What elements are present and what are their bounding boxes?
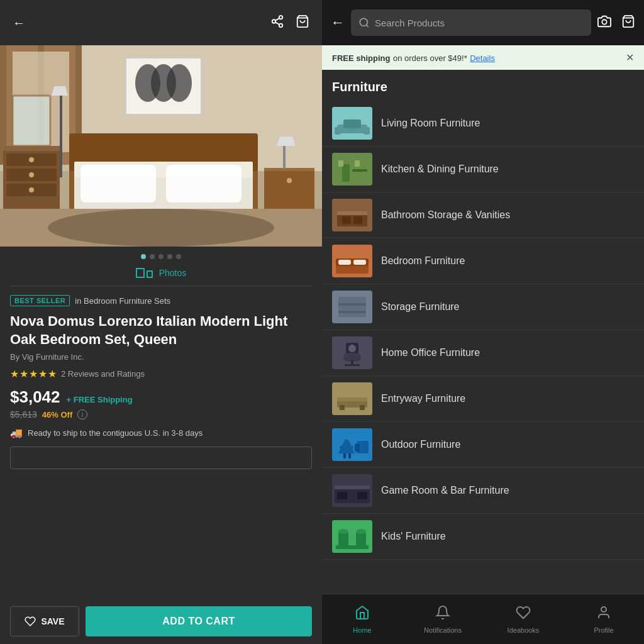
save-button[interactable]: SAVE xyxy=(10,606,79,636)
svg-marker-83 xyxy=(340,446,353,448)
category-name-living-room: Living Room Furniture xyxy=(381,118,480,129)
camera-icon[interactable] xyxy=(597,14,611,31)
svg-rect-35 xyxy=(283,146,286,169)
banner-close-button[interactable]: ✕ xyxy=(626,52,634,64)
category-panel: ← Search Products xyxy=(322,0,644,644)
left-header: ← xyxy=(0,0,322,45)
svg-rect-68 xyxy=(338,306,366,311)
reviews-count[interactable]: 2 Reviews and Ratings xyxy=(61,369,145,379)
svg-rect-56 xyxy=(337,214,367,226)
category-item-game-room[interactable]: Game Room & Bar Furniture xyxy=(322,468,644,514)
ideabooks-icon xyxy=(516,605,531,624)
svg-point-43 xyxy=(602,19,606,24)
svg-point-99 xyxy=(601,607,606,612)
dot-5[interactable] xyxy=(176,254,181,259)
svg-rect-72 xyxy=(343,353,361,362)
category-item-bathroom[interactable]: Bathroom Storage & Vanities xyxy=(322,192,644,238)
search-input[interactable]: Search Products xyxy=(375,18,584,28)
icon-part-left xyxy=(136,268,145,278)
info-icon[interactable]: i xyxy=(77,409,87,419)
svg-point-41 xyxy=(360,18,367,26)
svg-rect-90 xyxy=(335,486,370,489)
product-info: BEST SELLER in Bedroom Furniture Sets No… xyxy=(0,286,322,599)
svg-rect-33 xyxy=(264,168,314,171)
shipping-details-link[interactable]: Details xyxy=(470,53,495,63)
back-icon[interactable]: ← xyxy=(13,16,25,30)
category-item-outdoor[interactable]: Outdoor Furniture xyxy=(322,422,644,468)
dot-1[interactable] xyxy=(141,254,146,259)
svg-rect-58 xyxy=(342,216,351,224)
svg-rect-50 xyxy=(332,153,372,186)
original-price-row: $5,613 46% Off i xyxy=(10,409,312,419)
category-item-entryway[interactable]: Entryway Furniture xyxy=(322,376,644,422)
photos-label[interactable]: Photos xyxy=(159,268,187,278)
svg-rect-25 xyxy=(13,96,50,146)
category-section-title: Furniture xyxy=(322,70,644,101)
category-item-office[interactable]: Home Office Furniture xyxy=(322,330,644,376)
search-bar[interactable]: Search Products xyxy=(351,9,591,36)
svg-point-40 xyxy=(48,209,274,247)
photos-icon xyxy=(136,268,153,278)
svg-point-0 xyxy=(279,15,283,19)
svg-rect-69 xyxy=(338,313,366,317)
svg-line-42 xyxy=(366,25,368,26)
nav-ideabooks[interactable]: Ideabooks xyxy=(501,605,545,634)
quantity-selector[interactable] xyxy=(10,447,312,469)
right-cart-icon[interactable] xyxy=(621,14,635,31)
category-name-bedroom: Bedroom Furniture xyxy=(381,255,465,267)
badge-category: in Bedroom Furniture Sets xyxy=(75,296,170,306)
dot-3[interactable] xyxy=(158,254,164,259)
best-seller-badge: BEST SELLER xyxy=(10,295,70,306)
svg-rect-87 xyxy=(355,443,360,452)
product-by: By Vig Furniture Inc. xyxy=(10,352,312,362)
svg-rect-53 xyxy=(355,160,360,167)
shipping-banner: FREE shipping on orders over $49!* Detai… xyxy=(322,45,644,70)
svg-rect-57 xyxy=(337,211,367,215)
add-to-cart-button[interactable]: ADD TO CART xyxy=(86,606,312,636)
shipping-info: 🚚 Ready to ship to the contiguous U.S. i… xyxy=(10,427,312,439)
notifications-label: Notifications xyxy=(424,626,462,634)
svg-point-34 xyxy=(287,178,292,183)
ideabooks-label: Ideabooks xyxy=(508,626,540,634)
dot-4[interactable] xyxy=(167,254,172,259)
svg-rect-92 xyxy=(357,492,367,499)
free-shipping-label: + FREE Shipping xyxy=(67,395,133,404)
category-item-storage[interactable]: Storage Furniture xyxy=(322,284,644,330)
action-buttons: SAVE ADD TO CART xyxy=(0,599,322,644)
svg-rect-30 xyxy=(80,165,156,203)
right-header: ← Search Products xyxy=(322,0,644,45)
profile-label: Profile xyxy=(594,626,613,634)
dot-2[interactable] xyxy=(150,254,155,259)
category-item-bedroom[interactable]: Bedroom Furniture xyxy=(322,238,644,284)
category-item-living-room[interactable]: Living Room Furniture xyxy=(322,101,644,147)
nav-profile[interactable]: Profile xyxy=(582,605,626,634)
home-label: Home xyxy=(353,626,371,634)
discount-badge: 46% Off xyxy=(42,410,72,419)
svg-rect-85 xyxy=(348,453,351,458)
product-detail-card: Photos BEST SELLER in Bedroom Furniture … xyxy=(0,247,322,644)
bottom-navigation: Home Notifications Ideabooks xyxy=(322,594,644,644)
svg-rect-51 xyxy=(342,164,350,182)
svg-rect-49 xyxy=(343,119,361,128)
price-row: $3,042 + FREE Shipping xyxy=(10,387,312,407)
svg-rect-67 xyxy=(338,297,366,303)
svg-rect-91 xyxy=(337,492,347,499)
cart-icon[interactable] xyxy=(296,14,309,31)
product-detail-panel: ← xyxy=(0,0,322,644)
category-item-kitchen[interactable]: Kitchen & Dining Furniture xyxy=(322,147,644,192)
category-thumb-game-room xyxy=(332,474,372,507)
svg-rect-47 xyxy=(335,127,341,135)
svg-rect-48 xyxy=(364,127,370,135)
share-icon[interactable] xyxy=(270,14,284,31)
star-rating: ★★★★★ xyxy=(10,368,57,380)
category-name-kids: Kids' Furniture xyxy=(381,531,446,542)
category-list: Living Room Furniture Kitchen & Dining F… xyxy=(322,101,644,594)
category-item-kids[interactable]: Kids' Furniture xyxy=(322,514,644,560)
nav-home[interactable]: Home xyxy=(340,605,384,634)
svg-rect-54 xyxy=(352,169,367,172)
right-back-icon[interactable]: ← xyxy=(331,14,345,31)
svg-rect-52 xyxy=(338,160,343,167)
category-name-bathroom: Bathroom Storage & Vanities xyxy=(381,209,510,221)
photos-section[interactable]: Photos xyxy=(0,263,322,286)
nav-notifications[interactable]: Notifications xyxy=(421,605,465,634)
